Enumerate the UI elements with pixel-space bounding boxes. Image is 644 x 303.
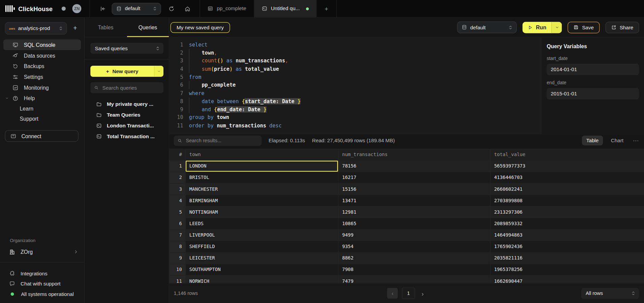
previous-page-button[interactable]: ‹ bbox=[387, 288, 398, 299]
next-page-button[interactable]: › bbox=[419, 290, 426, 297]
workspace-selector[interactable]: aws analytics-prod bbox=[5, 22, 67, 35]
table-cell[interactable]: 2703899808 bbox=[490, 195, 644, 206]
table-cell[interactable]: BIRMINGHAM bbox=[186, 195, 338, 206]
table-cell[interactable]: 1662690447 bbox=[490, 276, 644, 283]
code-line[interactable]: 9and {end_date: Date } bbox=[169, 105, 541, 114]
notification-dot-icon[interactable] bbox=[62, 7, 66, 11]
saved-queries-selector[interactable]: Saved queries bbox=[90, 43, 163, 54]
table-cell[interactable]: 78156 bbox=[338, 161, 490, 172]
tab-tables[interactable]: Tables bbox=[85, 18, 127, 37]
database-selector[interactable]: default bbox=[112, 3, 161, 14]
table-cell[interactable]: NORWICH bbox=[186, 276, 338, 283]
row-number-cell: 10 bbox=[169, 264, 186, 275]
table-cell[interactable]: SOUTHAMPTON bbox=[186, 264, 338, 275]
saved-query-tab[interactable]: My new saved query bbox=[171, 22, 230, 33]
table-cell[interactable]: MANCHESTER bbox=[186, 184, 338, 195]
new-tab-button[interactable]: + bbox=[316, 0, 336, 17]
page-size-selector[interactable]: All rows bbox=[581, 288, 639, 299]
search-results-input[interactable] bbox=[185, 137, 258, 144]
sidebar-item-settings[interactable]: Settings bbox=[3, 71, 81, 82]
table-cell[interactable]: 9499 bbox=[338, 230, 490, 241]
table-cell[interactable]: NOTTINGHAM bbox=[186, 207, 338, 218]
add-service-button[interactable]: + bbox=[70, 25, 80, 32]
table-cell[interactable]: 16217 bbox=[338, 172, 490, 183]
sidebar-item-backups[interactable]: Backups bbox=[3, 61, 81, 71]
sidebar-item-chat-support[interactable]: Chat with support bbox=[0, 278, 84, 289]
query-folder-item[interactable]: My private query ... bbox=[85, 99, 169, 110]
saved-query-item[interactable]: London Transacti... bbox=[85, 120, 169, 131]
code-line[interactable]: 4sum(price) as total_value bbox=[169, 65, 541, 73]
saved-query-item[interactable]: Total Transaction ... bbox=[85, 131, 169, 142]
table-cell[interactable]: 1765902436 bbox=[490, 241, 644, 252]
table-cell[interactable]: LEICESTER bbox=[186, 253, 338, 264]
table-cell[interactable]: 7479 bbox=[338, 276, 490, 283]
code-line[interactable]: 11order by num_transactions desc bbox=[169, 122, 541, 130]
sidebar-item-sql-console[interactable]: SQL Console bbox=[3, 39, 81, 50]
table-cell[interactable]: LONDON bbox=[186, 161, 338, 172]
column-header[interactable]: town bbox=[186, 149, 338, 160]
table-cell[interactable]: LIVERPOOL bbox=[186, 230, 338, 241]
organization-item[interactable]: ZOrg bbox=[0, 246, 84, 257]
table-cell[interactable]: 7908 bbox=[338, 264, 490, 275]
system-status-item[interactable]: All systems operational bbox=[0, 289, 84, 299]
current-page[interactable]: 1 bbox=[402, 287, 415, 299]
sidebar-item-support[interactable]: Support bbox=[0, 114, 84, 124]
run-options-button[interactable] bbox=[552, 22, 562, 33]
sql-editor[interactable]: 1select2town,3count() as num_transaction… bbox=[169, 37, 541, 134]
code-line[interactable]: 6pp_complete bbox=[169, 81, 541, 89]
share-button[interactable]: Share bbox=[605, 22, 639, 33]
search-queries-input[interactable] bbox=[101, 84, 160, 91]
more-options-icon[interactable]: ⋯ bbox=[633, 137, 639, 144]
table-cell[interactable]: 9354 bbox=[338, 241, 490, 252]
code-line[interactable]: 3count() as num_transactions, bbox=[169, 57, 541, 65]
code-line[interactable]: 8date between {start_date: Date } bbox=[169, 97, 541, 105]
query-folder-item[interactable]: Team Queries bbox=[85, 110, 169, 120]
start-date-input[interactable] bbox=[547, 64, 639, 75]
table-cell[interactable]: 2089859332 bbox=[490, 218, 644, 229]
table-cell[interactable]: 13471 bbox=[338, 195, 490, 206]
table-cell[interactable]: 8862 bbox=[338, 253, 490, 264]
code-line[interactable]: 1select bbox=[169, 41, 541, 49]
refresh-icon[interactable] bbox=[168, 5, 175, 11]
table-cell[interactable]: 1464994863 bbox=[490, 230, 644, 241]
run-button[interactable]: Run bbox=[522, 22, 552, 33]
table-cell[interactable]: 4136446703 bbox=[490, 172, 644, 183]
view-chart-button[interactable]: Chart bbox=[606, 135, 628, 145]
table-cell[interactable]: 12981 bbox=[338, 207, 490, 218]
table-cell[interactable]: 2313297306 bbox=[490, 207, 644, 218]
code-line[interactable]: 7where bbox=[169, 89, 541, 97]
code-line[interactable]: 5from bbox=[169, 73, 541, 81]
table-cell[interactable]: 2035821116 bbox=[490, 253, 644, 264]
tab-untitled-query[interactable]: Untitled qu... bbox=[254, 0, 316, 17]
column-header[interactable]: total_value bbox=[490, 149, 644, 160]
tab-queries[interactable]: Queries bbox=[127, 18, 169, 37]
table-cell[interactable]: BRISTOL bbox=[186, 172, 338, 183]
new-query-options-button[interactable] bbox=[154, 66, 163, 77]
run-database-selector[interactable]: default bbox=[457, 21, 517, 33]
table-cell[interactable]: 1965378256 bbox=[490, 264, 644, 275]
new-query-button[interactable]: + New query bbox=[90, 66, 154, 77]
column-header[interactable]: # bbox=[169, 149, 186, 160]
table-cell[interactable]: LEEDS bbox=[186, 218, 338, 229]
save-button[interactable]: Save bbox=[568, 22, 599, 33]
end-date-input[interactable] bbox=[547, 88, 639, 99]
home-icon[interactable] bbox=[184, 5, 190, 11]
table-cell[interactable]: SHEFFIELD bbox=[186, 241, 338, 252]
user-avatar[interactable]: ZN bbox=[72, 4, 82, 13]
sidebar-item-integrations[interactable]: Integrations bbox=[0, 268, 84, 278]
sidebar-item-learn[interactable]: Learn bbox=[0, 103, 84, 114]
collapse-sidebar-icon[interactable] bbox=[100, 5, 106, 11]
view-table-button[interactable]: Table bbox=[582, 135, 603, 145]
table-cell[interactable]: 56593977373 bbox=[490, 161, 644, 172]
table-cell[interactable]: 15156 bbox=[338, 184, 490, 195]
code-line[interactable]: 2town, bbox=[169, 49, 541, 57]
table-cell[interactable]: 10865 bbox=[338, 218, 490, 229]
sidebar-item-help[interactable]: Help bbox=[3, 93, 81, 103]
connect-button[interactable]: Connect bbox=[5, 130, 79, 142]
sidebar-item-data-sources[interactable]: Data sources bbox=[3, 50, 81, 61]
table-cell[interactable]: 2660602241 bbox=[490, 184, 644, 195]
tab-pp-complete[interactable]: pp_complete bbox=[200, 0, 254, 17]
column-header[interactable]: num_transactions bbox=[338, 149, 490, 160]
code-line[interactable]: 10group by town bbox=[169, 114, 541, 122]
sidebar-item-monitoring[interactable]: Monitoring bbox=[3, 82, 81, 93]
